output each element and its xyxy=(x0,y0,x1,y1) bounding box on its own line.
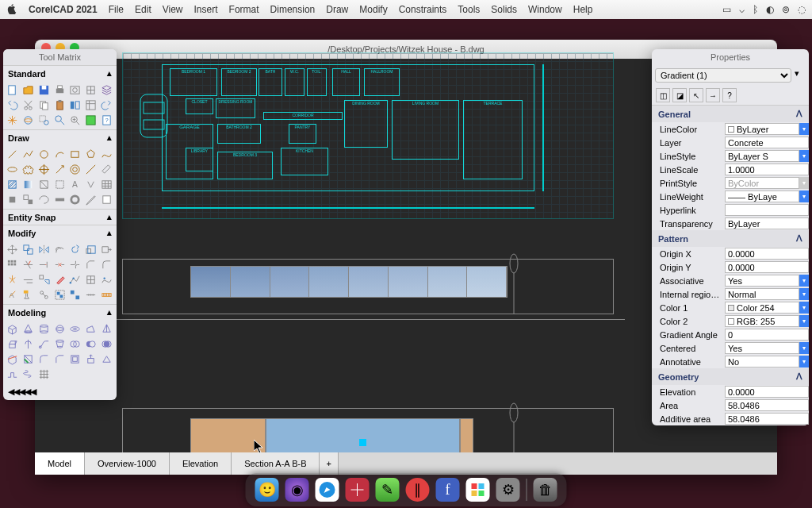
battery-icon[interactable]: ▭ xyxy=(722,4,731,15)
bluetooth-icon[interactable]: ᛒ xyxy=(753,4,758,15)
properties-icon[interactable] xyxy=(84,98,98,112)
print-preview-icon[interactable] xyxy=(68,83,82,97)
section-modify[interactable]: Modify▴ xyxy=(3,225,117,241)
revision-cloud-icon[interactable] xyxy=(21,163,35,176)
xline-icon[interactable] xyxy=(68,163,82,176)
font-book-icon[interactable]: f xyxy=(436,478,460,502)
tab-model[interactable]: Model xyxy=(35,452,85,475)
section-entitysnap[interactable]: Entity Snap▴ xyxy=(3,209,117,225)
prop-linescale[interactable]: 1.0000 xyxy=(725,164,809,175)
dropdown-icon[interactable]: ▾ xyxy=(795,68,806,83)
wedge-icon[interactable] xyxy=(84,322,98,336)
pick-add-icon[interactable]: ◫ xyxy=(656,88,670,102)
undo-icon[interactable] xyxy=(6,98,19,112)
dropdown-icon[interactable]: ▾ xyxy=(799,356,809,368)
group-icon[interactable] xyxy=(53,288,67,302)
mesh-icon[interactable] xyxy=(37,368,51,381)
prop-transparency[interactable]: ByLayer xyxy=(725,217,809,229)
chamfer-icon[interactable] xyxy=(84,258,98,271)
break-icon[interactable] xyxy=(53,258,67,271)
apple-menu-icon[interactable] xyxy=(6,3,17,17)
properties-palette[interactable]: Properties Gradient (1) ▾ ◫ ◪ ↖ → ? Gene… xyxy=(652,49,809,425)
menu-draw[interactable]: Draw xyxy=(326,4,348,15)
union-icon[interactable] xyxy=(68,337,82,351)
section-standard[interactable]: Standard▴ xyxy=(3,65,117,81)
dropdown-icon[interactable]: ▾ xyxy=(799,315,809,327)
section-draw[interactable]: Draw▴ xyxy=(3,129,117,145)
arrayedit-icon[interactable] xyxy=(37,288,51,302)
selection-dropdown[interactable]: Gradient (1) xyxy=(655,68,791,83)
boundary-icon[interactable] xyxy=(53,178,67,191)
tool-matrix-palette[interactable]: Tool Matrix Standard▴ ? Draw▴ xyxy=(3,49,117,400)
pick-previous-icon[interactable]: → xyxy=(706,88,720,102)
move-icon[interactable] xyxy=(6,243,19,256)
mtext-icon[interactable] xyxy=(84,178,98,191)
menu-constraints[interactable]: Constraints xyxy=(399,4,447,15)
zoom-realtime-icon[interactable] xyxy=(68,114,82,127)
regen-icon[interactable] xyxy=(84,114,98,127)
redo-icon[interactable] xyxy=(100,98,113,112)
scale-icon[interactable] xyxy=(84,243,98,256)
menu-modify[interactable]: Modify xyxy=(359,4,387,15)
edittext-icon[interactable]: A xyxy=(6,288,19,302)
hatch-icon[interactable] xyxy=(6,178,19,191)
insert-icon[interactable] xyxy=(21,193,35,206)
macos-dock[interactable]: 🙂 ◉ ✎ ∥ f ⚙ 🗑 xyxy=(246,473,567,506)
3dface-icon[interactable] xyxy=(100,352,113,366)
edithatch-icon[interactable] xyxy=(84,273,98,287)
intersect-icon[interactable] xyxy=(100,337,113,351)
sketch-icon[interactable] xyxy=(84,193,98,206)
corelcad-icon[interactable] xyxy=(346,478,370,502)
editpoly-icon[interactable] xyxy=(68,273,82,287)
slice-icon[interactable] xyxy=(6,352,19,366)
explode-icon[interactable] xyxy=(6,273,19,287)
section-icon[interactable] xyxy=(21,352,35,366)
prop-centered[interactable]: Yes xyxy=(725,342,799,354)
dropdown-icon[interactable]: ▾ xyxy=(799,123,809,135)
prop-annotative[interactable]: No xyxy=(725,356,799,368)
dropdown-icon[interactable]: ▾ xyxy=(799,190,809,202)
ungroup-icon[interactable] xyxy=(68,288,82,302)
mirror-icon[interactable] xyxy=(37,243,51,256)
dropdown-icon[interactable]: ▾ xyxy=(799,275,809,287)
colorsync-icon[interactable] xyxy=(466,478,490,502)
prop-layer[interactable]: Concrete xyxy=(725,137,809,148)
prop-lineweight[interactable]: —— ByLaye xyxy=(725,190,799,202)
donut-icon[interactable] xyxy=(68,193,82,206)
selection-grip[interactable] xyxy=(359,439,366,446)
loft-icon[interactable] xyxy=(53,337,67,351)
pyramid-icon[interactable] xyxy=(100,322,113,336)
print-icon[interactable] xyxy=(53,83,67,97)
clock-icon[interactable]: ◌ xyxy=(798,4,806,15)
app-title[interactable]: CorelCAD 2021 xyxy=(29,4,98,15)
dropdown-icon[interactable]: ▾ xyxy=(799,288,809,300)
pick-toggle-icon[interactable]: ◪ xyxy=(672,88,687,102)
add-tab-button[interactable]: + xyxy=(320,452,338,475)
offset-icon[interactable] xyxy=(53,243,67,256)
menu-view[interactable]: View xyxy=(163,4,183,15)
cylinder-icon[interactable] xyxy=(37,322,51,336)
prop-linecolor[interactable]: ByLayer xyxy=(725,123,799,135)
presspull-icon[interactable] xyxy=(84,352,98,366)
tab-elevation[interactable]: Elevation xyxy=(170,452,232,475)
line-icon[interactable] xyxy=(6,148,19,161)
dropdown-icon[interactable]: ▾ xyxy=(799,150,809,162)
shell-icon[interactable] xyxy=(68,352,82,366)
lengthen-icon[interactable] xyxy=(21,273,35,287)
copy-icon[interactable] xyxy=(37,98,51,112)
cone-icon[interactable] xyxy=(21,322,35,336)
erase-icon[interactable] xyxy=(53,273,67,287)
table-icon[interactable] xyxy=(100,178,113,191)
finder-icon[interactable]: 🙂 xyxy=(255,478,279,502)
dropdown-icon[interactable]: ▾ xyxy=(799,342,809,354)
zoom-extents-icon[interactable] xyxy=(53,114,67,127)
rectangle-icon[interactable] xyxy=(68,148,82,161)
block-icon[interactable] xyxy=(6,193,19,206)
helixsolid-icon[interactable] xyxy=(21,368,35,381)
prop-linestyle[interactable]: ByLayer S xyxy=(725,150,799,162)
zoom-window-icon[interactable] xyxy=(37,114,51,127)
infinite-icon[interactable] xyxy=(84,163,98,176)
wifi-icon[interactable]: ⌵ xyxy=(739,4,745,15)
publish-icon[interactable] xyxy=(84,83,98,97)
mask-icon[interactable] xyxy=(100,193,113,206)
